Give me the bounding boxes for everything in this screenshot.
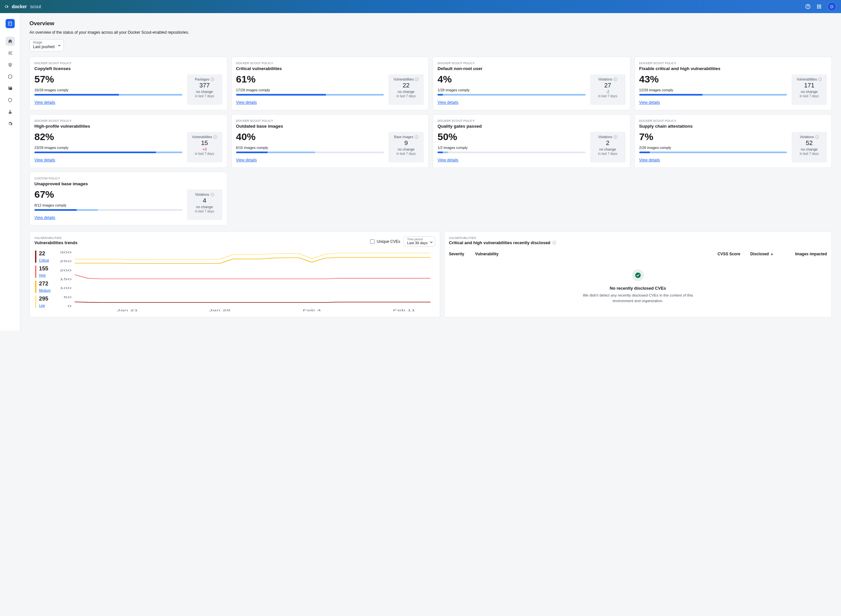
empty-message: We didn't detect any recently disclosed … xyxy=(576,293,700,304)
policy-card: DOCKER SCOUT POLICY High-profile vulnera… xyxy=(29,114,227,168)
sidebar-item-org[interactable] xyxy=(6,19,15,28)
stat-when: in last 7 days xyxy=(190,152,220,155)
vulnerabilities-trends-panel: VULNERABILITIES Vulnerabilities trends U… xyxy=(29,232,440,317)
stat-when: in last 7 days xyxy=(593,94,623,98)
svg-text:0: 0 xyxy=(68,304,71,308)
stat-when: in last 7 days xyxy=(190,210,220,213)
policy-card: DOCKER SCOUT POLICY Outdated base images… xyxy=(231,114,429,168)
docker-logo-icon xyxy=(4,4,9,9)
svg-rect-3 xyxy=(817,4,818,6)
sidebar-item-vulnerabilities[interactable] xyxy=(6,95,15,105)
stat-box: Vulnerabilitiesi 22 no change in last 7 … xyxy=(388,74,424,105)
svg-rect-9 xyxy=(817,7,818,9)
col-cvss[interactable]: CVSS Score xyxy=(717,252,748,256)
stat-change: no change xyxy=(794,90,824,94)
info-icon[interactable]: i xyxy=(213,135,217,139)
stat-number: 171 xyxy=(794,82,824,89)
policy-title: Default non-root user xyxy=(438,66,625,71)
view-details-link[interactable]: View details xyxy=(438,100,459,105)
stat-when: in last 7 days xyxy=(794,152,824,155)
top-bar: dockerscout D xyxy=(0,0,841,13)
policy-percent: 61% xyxy=(236,74,384,84)
policy-comply: 6/15 images comply xyxy=(236,146,384,150)
time-period-label: Time period xyxy=(407,238,427,241)
policy-title: Copyleft licenses xyxy=(34,66,222,71)
sidebar-item-settings[interactable] xyxy=(6,119,15,128)
svg-text:100: 100 xyxy=(60,286,71,290)
severity-count: 155 xyxy=(39,265,48,272)
empty-title: No recently disclosed CVEs xyxy=(610,286,666,290)
sidebar-item-images[interactable] xyxy=(6,60,15,69)
stat-when: in last 7 days xyxy=(593,152,623,155)
col-disclosed[interactable]: Disclosed xyxy=(750,252,782,256)
policy-title: High-profile vulnerabilities xyxy=(34,124,222,129)
sidebar xyxy=(0,13,20,331)
policy-percent: 67% xyxy=(34,189,182,199)
col-images-impacted[interactable]: Images impacted xyxy=(784,252,827,256)
panel-title: Vulnerabilities trends xyxy=(34,240,78,245)
brand-name: docker xyxy=(12,4,27,9)
sidebar-item-integrations[interactable] xyxy=(6,107,15,116)
policy-cards: DOCKER SCOUT POLICY Copyleft licenses 57… xyxy=(29,57,832,226)
view-details-link[interactable]: View details xyxy=(236,100,257,105)
stat-change: +3 xyxy=(190,147,220,151)
info-icon[interactable]: i xyxy=(614,78,618,81)
policy-type: DOCKER SCOUT POLICY xyxy=(34,119,222,122)
policy-type: DOCKER SCOUT POLICY xyxy=(639,119,827,122)
svg-rect-6 xyxy=(817,6,818,7)
policy-card: DOCKER SCOUT POLICY Quality gates passed… xyxy=(432,114,631,168)
view-details-link[interactable]: View details xyxy=(34,158,55,162)
sidebar-item-packages[interactable] xyxy=(6,72,15,81)
view-details-link[interactable]: View details xyxy=(34,100,55,105)
severity-link[interactable]: High xyxy=(39,274,46,277)
stat-change: no change xyxy=(391,147,421,151)
info-icon[interactable]: i xyxy=(553,241,556,245)
empty-state: No recently disclosed CVEs We didn't det… xyxy=(449,260,827,307)
time-period-dropdown[interactable]: Time period Last 30 days xyxy=(403,236,435,246)
policy-type: DOCKER SCOUT POLICY xyxy=(34,62,222,65)
view-details-link[interactable]: View details xyxy=(639,100,660,105)
page-subtitle: An overview of the status of your images… xyxy=(29,30,832,35)
info-icon[interactable]: i xyxy=(614,135,618,139)
brand[interactable]: dockerscout xyxy=(4,4,41,9)
col-severity[interactable]: Severity xyxy=(449,252,473,256)
stat-box: Base Imagesi 9 no change in last 7 days xyxy=(388,132,424,162)
severity-link[interactable]: Low xyxy=(39,304,45,307)
sidebar-item-policies[interactable] xyxy=(6,48,15,57)
stat-label: Violationsi xyxy=(190,193,220,197)
sidebar-item-base-images[interactable] xyxy=(6,84,15,93)
view-details-link[interactable]: View details xyxy=(438,158,459,162)
severity-link[interactable]: Medium xyxy=(39,289,51,292)
view-details-link[interactable]: View details xyxy=(34,216,55,220)
info-icon[interactable]: i xyxy=(415,78,419,81)
stat-box: Vulnerabilitiesi 15 +3 in last 7 days xyxy=(187,132,222,162)
sidebar-item-home[interactable] xyxy=(6,37,15,46)
view-details-link[interactable]: View details xyxy=(639,158,660,162)
col-vulnerability[interactable]: Vulnerability xyxy=(475,252,715,256)
image-filter-dropdown[interactable]: Image Last pushed xyxy=(29,39,64,51)
info-icon[interactable]: i xyxy=(210,78,214,81)
info-icon[interactable]: i xyxy=(210,193,214,197)
avatar[interactable]: D xyxy=(827,2,837,11)
unique-cves-checkbox[interactable]: Unique CVEs xyxy=(370,239,400,244)
severity-link[interactable]: Critical xyxy=(39,258,49,262)
compliance-bar xyxy=(34,94,182,95)
compliance-bar xyxy=(34,209,182,211)
help-icon[interactable] xyxy=(805,4,811,9)
policy-title: Outdated base images xyxy=(236,124,424,129)
info-icon[interactable]: i xyxy=(415,135,418,139)
svg-point-30 xyxy=(635,273,641,278)
svg-text:150: 150 xyxy=(60,277,71,281)
policy-card: DOCKER SCOUT POLICY Default non-root use… xyxy=(432,57,631,110)
policy-type: DOCKER SCOUT POLICY xyxy=(438,119,625,122)
svg-text:Feb 4: Feb 4 xyxy=(303,309,321,312)
apps-grid-icon[interactable] xyxy=(816,4,822,9)
policy-title: Unapproved base images xyxy=(34,181,222,186)
stat-number: 4 xyxy=(190,197,220,204)
stat-number: 27 xyxy=(593,82,623,89)
svg-text:50: 50 xyxy=(63,296,71,299)
stat-when: in last 7 days xyxy=(190,94,220,98)
info-icon[interactable]: i xyxy=(818,78,822,81)
info-icon[interactable]: i xyxy=(815,135,819,139)
view-details-link[interactable]: View details xyxy=(236,158,257,162)
